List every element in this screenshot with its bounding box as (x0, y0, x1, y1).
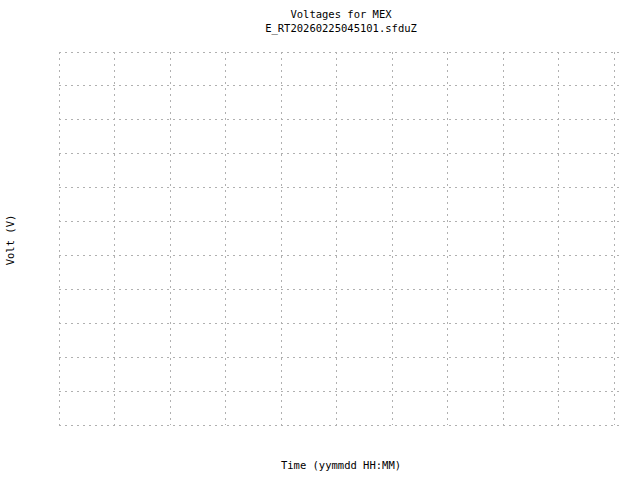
x-axis-label: Time (yymmdd HH:MM) (41, 459, 640, 471)
legend (507, 56, 519, 60)
plot-area (0, 0, 640, 480)
gnuplot-chart: Voltages for MEX E_RT20260225045101.sfdu… (0, 0, 640, 480)
grid (59, 52, 622, 425)
